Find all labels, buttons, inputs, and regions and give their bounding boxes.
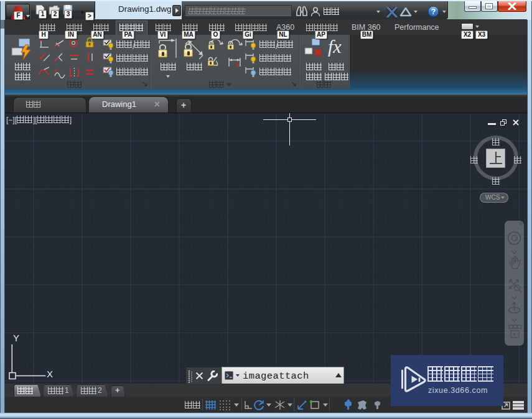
svg-text:X: X [47, 369, 53, 379]
svg-text:?: ? [431, 7, 436, 16]
svg-text:Y: Y [13, 333, 19, 343]
